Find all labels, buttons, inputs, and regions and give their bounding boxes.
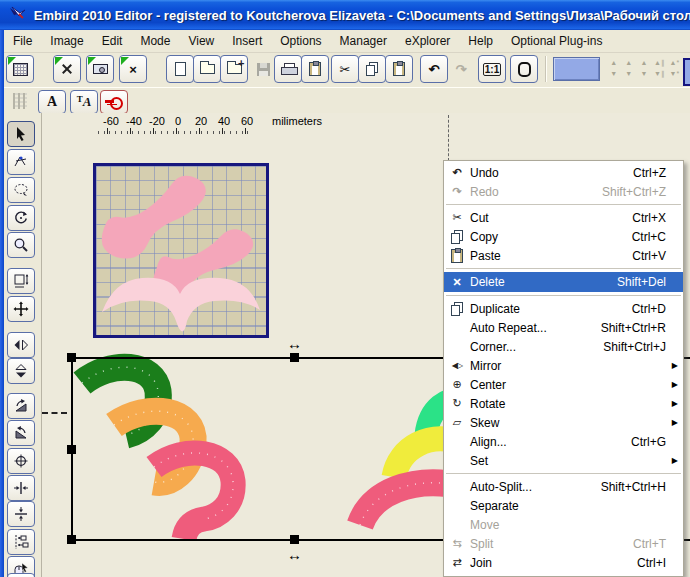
submenu-arrow-icon: ▶ <box>672 380 678 389</box>
menu-item-center[interactable]: ⊕ Center ▶ <box>444 375 683 394</box>
hoop-icon <box>518 62 531 77</box>
center-vertical-icon <box>13 506 29 522</box>
lasso-select-button[interactable] <box>7 177 35 203</box>
submenu-arrow-icon: ▶ <box>672 456 678 465</box>
menu-item-skew[interactable]: ▱ Skew ▶ <box>444 413 683 432</box>
selection-handle-top-mid[interactable] <box>290 353 299 362</box>
new-file-button[interactable] <box>166 55 194 83</box>
menu-manager[interactable]: Manager <box>331 32 396 50</box>
paste-button[interactable] <box>385 55 413 83</box>
rotate-tool-button[interactable] <box>7 205 35 231</box>
resize-arrow-bottom[interactable]: ↔ <box>287 550 302 560</box>
menu-item-undo[interactable]: ↶ Undo Ctrl+Z <box>444 163 683 182</box>
menu-item-copy[interactable]: Copy Ctrl+C <box>444 227 683 246</box>
menu-options[interactable]: Options <box>271 32 330 50</box>
export-clipboard-button[interactable] <box>301 55 329 83</box>
resize-tool-button[interactable] <box>7 268 35 294</box>
mirror-horizontal-button[interactable] <box>7 332 35 358</box>
menu-item-rotate[interactable]: ↻ Rotate ▶ <box>444 394 683 413</box>
menu-item-align[interactable]: Align... Ctrl+G <box>444 432 683 451</box>
menu-item-delete[interactable]: ✕ Delete Shift+Del <box>444 272 683 292</box>
delete-scissors-icon: ✕ <box>444 276 470 289</box>
rotate-right-90-button[interactable] <box>7 420 35 446</box>
center-crosshair-icon <box>13 453 29 469</box>
order-tool-button[interactable] <box>7 529 35 555</box>
menu-item-cut[interactable]: ✂ Cut Ctrl+X <box>444 208 683 227</box>
menu-separator <box>446 268 681 269</box>
palette-first-color[interactable] <box>683 58 690 86</box>
crossed-tools-icon <box>60 62 74 76</box>
menu-image[interactable]: Image <box>41 32 92 50</box>
menu-item-auto-repeat[interactable]: Auto Repeat... Shift+Ctrl+R <box>444 318 683 337</box>
selection-handle-left-mid[interactable] <box>67 445 76 454</box>
center-horizontal-button[interactable] <box>7 475 35 501</box>
order-icon <box>13 534 29 550</box>
copy-button[interactable] <box>358 55 386 83</box>
columns-icon <box>13 93 27 109</box>
thread-color-swatch[interactable] <box>553 57 600 81</box>
font-tool-button[interactable]: TA <box>70 90 98 114</box>
menu-item-move: Move <box>444 515 683 534</box>
menu-separator <box>446 295 681 296</box>
menu-file[interactable]: File <box>4 32 41 50</box>
snapshot-button[interactable] <box>86 55 114 83</box>
center-tool-button[interactable] <box>7 448 35 474</box>
undo-button[interactable]: ↶ <box>420 55 448 83</box>
menu-optional-plugins[interactable]: Optional Plug-ins <box>502 32 611 50</box>
menu-help[interactable]: Help <box>459 32 502 50</box>
text-tool-button[interactable]: A <box>38 90 66 114</box>
hoop-manager-button[interactable] <box>6 55 34 83</box>
menu-item-separate[interactable]: Separate <box>444 496 683 515</box>
folder-plus-icon <box>227 64 242 74</box>
letter-a-icon: A <box>47 94 57 110</box>
menu-insert[interactable]: Insert <box>223 32 271 50</box>
menu-item-auto-split[interactable]: Auto-Split... Shift+Ctrl+H <box>444 477 683 496</box>
zoom-1-1-button[interactable]: 1:1 <box>478 55 506 83</box>
menu-item-join[interactable]: ⇄ Join Ctrl+I <box>444 553 683 572</box>
magnifier-icon <box>13 237 29 253</box>
red-key-icon <box>105 97 123 107</box>
freehand-select-button[interactable] <box>7 149 35 175</box>
camera-icon <box>93 64 108 74</box>
select-tool-button[interactable] <box>7 121 35 147</box>
menu-item-set[interactable]: Set ▶ <box>444 451 683 470</box>
merge-file-button[interactable] <box>220 55 248 83</box>
rotate-left-90-button[interactable] <box>7 393 35 419</box>
printer-icon <box>281 63 296 75</box>
menu-item-mirror[interactable]: ◀▷ Mirror ▶ <box>444 356 683 375</box>
menu-edit[interactable]: Edit <box>93 32 132 50</box>
password-button[interactable] <box>100 90 128 114</box>
selection-handle-bottom-mid[interactable] <box>290 535 299 544</box>
resize-arrow-top[interactable]: ↔ <box>287 339 302 349</box>
one-to-one-icon: 1:1 <box>483 63 501 76</box>
center-vertical-button[interactable] <box>7 501 35 527</box>
remove-stitches-button[interactable]: × <box>119 55 147 83</box>
center-icon: ⊕ <box>444 378 470 391</box>
title-bar[interactable]: Embird 2010 Editor - registered to Koutc… <box>0 0 690 30</box>
hoop-outline-button[interactable] <box>510 55 538 83</box>
redo-icon: ↷ <box>444 185 470 198</box>
copy-icon <box>366 65 375 76</box>
open-file-button[interactable] <box>193 55 221 83</box>
menu-explorer[interactable]: eXplorer <box>396 32 459 50</box>
cut-button[interactable]: ✂ <box>331 55 359 83</box>
zoom-tool-button[interactable] <box>7 232 35 258</box>
redo-icon: ↷ <box>456 62 467 77</box>
menu-item-corner[interactable]: Corner... Shift+Ctrl+J <box>444 337 683 356</box>
duplicate-icon <box>444 302 470 316</box>
selection-handle-top-left[interactable] <box>67 353 76 362</box>
menu-mode[interactable]: Mode <box>131 32 179 50</box>
submenu-arrow-icon: ▶ <box>672 399 678 408</box>
sew-simulator-button[interactable] <box>53 55 81 83</box>
partial-tool-button[interactable] <box>7 573 35 577</box>
selection-handle-bottom-left[interactable] <box>67 535 76 544</box>
app-icon <box>8 5 28 25</box>
move-tool-button[interactable] <box>7 296 35 322</box>
menu-view[interactable]: View <box>179 32 223 50</box>
menu-separator <box>446 473 681 474</box>
print-button[interactable] <box>274 55 302 83</box>
mirror-vertical-button[interactable] <box>7 358 35 384</box>
menu-item-duplicate[interactable]: Duplicate Ctrl+D <box>444 299 683 318</box>
menu-item-paste[interactable]: Paste Ctrl+V <box>444 246 683 265</box>
clipboard-icon <box>309 62 321 76</box>
